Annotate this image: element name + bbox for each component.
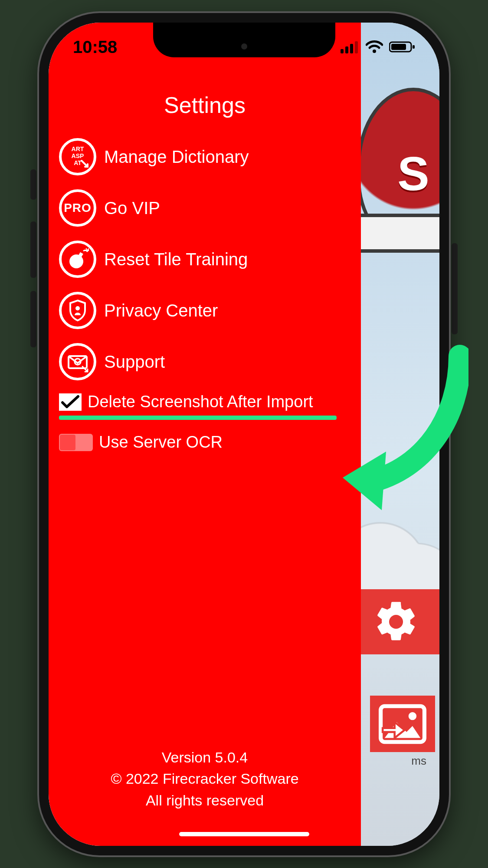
svg-rect-16 xyxy=(391,44,406,50)
screen: S xyxy=(49,23,439,846)
gallery-caption: ms xyxy=(411,754,426,768)
version-text: Version 5.0.4 xyxy=(49,747,361,768)
svg-text:ASP: ASP xyxy=(72,152,84,159)
svg-point-7 xyxy=(75,306,80,310)
menu-item-go-vip[interactable]: PRO Go VIP xyxy=(49,182,361,234)
svg-point-1 xyxy=(409,712,416,720)
menu-item-reset-tile-training[interactable]: Reset Tile Training xyxy=(49,234,361,285)
checkbox-checked-icon xyxy=(59,393,82,411)
phone-silence-switch xyxy=(30,169,36,200)
option-label: Use Server OCR xyxy=(99,433,223,452)
phone-frame: S xyxy=(39,13,449,855)
option-delete-screenshot-after-import[interactable]: Delete Screenshot After Import xyxy=(49,387,361,414)
menu-item-label: Support xyxy=(104,352,165,372)
svg-rect-13 xyxy=(355,41,358,53)
svg-point-14 xyxy=(373,50,376,53)
svg-rect-17 xyxy=(413,45,415,49)
menu-item-label: Manage Dictionary xyxy=(104,147,249,167)
copyright-text: © 2022 Firecracker Software xyxy=(49,768,361,789)
option-use-server-ocr[interactable]: Use Server OCR xyxy=(49,428,361,457)
menu-item-privacy-center[interactable]: Privacy Center xyxy=(49,285,361,336)
toggle-off-icon xyxy=(59,434,93,451)
shield-icon xyxy=(66,299,89,322)
page-title: Settings xyxy=(49,92,361,118)
phone-power-button xyxy=(452,243,458,334)
svg-rect-10 xyxy=(341,49,344,53)
phone-volume-down xyxy=(30,291,36,347)
menu-item-label: Go VIP xyxy=(104,198,160,218)
dictionary-icon: ART ASP AT xyxy=(66,145,89,168)
image-import-icon xyxy=(379,703,426,745)
highlight-underline-annotation xyxy=(59,416,337,420)
footer: Version 5.0.4 © 2022 Firecracker Softwar… xyxy=(49,747,361,811)
menu-item-label: Reset Tile Training xyxy=(104,250,248,269)
menu-item-manage-dictionary[interactable]: ART ASP AT Manage Dictionary xyxy=(49,131,361,182)
settings-tab-button[interactable] xyxy=(353,589,439,654)
email-icon xyxy=(66,350,89,373)
option-label: Delete Screenshot After Import xyxy=(88,393,313,411)
rights-text: All rights reserved xyxy=(49,790,361,811)
battery-icon xyxy=(389,40,415,53)
gallery-tab-button[interactable] xyxy=(366,691,439,756)
svg-text:AT: AT xyxy=(74,159,82,166)
wifi-icon xyxy=(366,40,383,53)
svg-rect-12 xyxy=(350,44,353,53)
gear-icon xyxy=(372,598,420,646)
menu-item-label: Privacy Center xyxy=(104,301,218,320)
settings-panel: Settings ART ASP AT Manage Dictionary xyxy=(49,23,361,846)
svg-text:ART: ART xyxy=(72,145,84,152)
phone-volume-up xyxy=(30,221,36,278)
home-indicator[interactable] xyxy=(179,832,309,836)
status-bar: 10:58 xyxy=(49,34,439,60)
svg-rect-11 xyxy=(345,46,348,53)
pro-badge-icon: PRO xyxy=(64,201,92,215)
status-time: 10:58 xyxy=(73,37,117,57)
cellular-signal-icon xyxy=(341,40,360,53)
menu-item-support[interactable]: Support xyxy=(49,336,361,387)
background-logo-letter: S xyxy=(397,146,429,201)
bomb-icon xyxy=(66,248,89,271)
